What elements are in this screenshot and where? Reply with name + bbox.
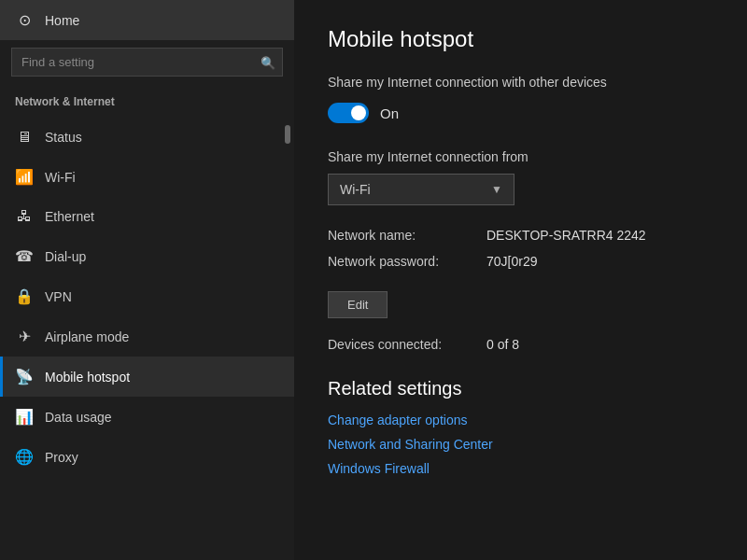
sidebar-item-label: Mobile hotspot: [45, 370, 130, 385]
sidebar-item-dialup[interactable]: ☎ Dial-up: [0, 236, 294, 276]
dropdown-value: Wi-Fi: [340, 182, 371, 197]
home-button[interactable]: ⊙ Home: [0, 0, 294, 40]
network-name-value: DESKTOP-SRATRR4 2242: [486, 228, 646, 243]
edit-button[interactable]: Edit: [328, 291, 388, 318]
windows-firewall-link[interactable]: Windows Firewall: [328, 461, 713, 476]
sidebar-section-title: Network & Internet: [0, 88, 294, 118]
devices-key: Devices connected:: [328, 337, 486, 352]
toggle-row: On: [328, 103, 713, 123]
network-password-key: Network password:: [328, 254, 486, 269]
chevron-down-icon: ▼: [491, 183, 502, 196]
home-label: Home: [45, 13, 79, 28]
sidebar-item-label: Data usage: [45, 410, 112, 425]
sidebar-item-ethernet[interactable]: 🖧 Ethernet: [0, 197, 294, 236]
sidebar-nav: 🖥 Status 📶 Wi-Fi 🖧 Ethernet ☎ Dial-up 🔒 …: [0, 118, 294, 560]
sidebar-item-hotspot[interactable]: 📡 Mobile hotspot: [0, 357, 294, 397]
network-name-row: Network name: DESKTOP-SRATRR4 2242: [328, 228, 713, 243]
wifi-icon: 📶: [15, 168, 34, 186]
status-icon: 🖥: [15, 129, 34, 146]
network-info: Network name: DESKTOP-SRATRR4 2242 Netwo…: [328, 228, 713, 269]
search-icon: 🔍: [261, 55, 275, 69]
change-adapter-link[interactable]: Change adapter options: [328, 413, 713, 427]
sidebar-item-label: Status: [45, 130, 82, 145]
connection-dropdown[interactable]: Wi-Fi ▼: [328, 174, 514, 205]
sidebar-item-label: Dial-up: [45, 249, 86, 264]
network-name-key: Network name:: [328, 228, 486, 243]
vpn-icon: 🔒: [15, 287, 34, 305]
sidebar-item-label: Ethernet: [45, 209, 94, 224]
sidebar-item-vpn[interactable]: 🔒 VPN: [0, 276, 294, 316]
sidebar-item-data[interactable]: 📊 Data usage: [0, 397, 294, 437]
data-icon: 📊: [15, 408, 34, 426]
dialup-icon: ☎: [15, 247, 34, 265]
sidebar-item-status[interactable]: 🖥 Status: [0, 118, 294, 157]
main-content: Mobile hotspot Share my Internet connect…: [294, 0, 747, 560]
hotspot-icon: 📡: [15, 368, 34, 385]
network-password-row: Network password: 70J[0r29: [328, 254, 713, 269]
airplane-icon: ✈: [15, 328, 34, 345]
sidebar-item-wifi[interactable]: 📶 Wi-Fi: [0, 157, 294, 197]
sidebar-item-label: Wi-Fi: [45, 170, 76, 185]
sidebar-item-airplane[interactable]: ✈ Airplane mode: [0, 316, 294, 357]
sidebar-item-label: Proxy: [45, 450, 78, 465]
sidebar-item-proxy[interactable]: 🌐 Proxy: [0, 437, 294, 477]
page-title: Mobile hotspot: [328, 26, 713, 52]
network-sharing-center-link[interactable]: Network and Sharing Center: [328, 437, 713, 452]
toggle-state-label: On: [380, 105, 399, 121]
network-password-value: 70J[0r29: [486, 254, 537, 269]
hotspot-toggle[interactable]: [328, 103, 369, 123]
proxy-icon: 🌐: [15, 448, 34, 466]
sidebar: ⊙ Home 🔍 Network & Internet 🖥 Status 📶 W…: [0, 0, 294, 560]
devices-row: Devices connected: 0 of 8: [328, 337, 713, 352]
search-input[interactable]: [11, 48, 283, 77]
connection-from-label: Share my Internet connection from: [328, 149, 713, 164]
sidebar-item-label: VPN: [45, 289, 72, 304]
sidebar-item-label: Airplane mode: [45, 329, 129, 344]
related-settings-title: Related settings: [328, 378, 713, 399]
search-box: 🔍: [11, 48, 283, 77]
devices-value: 0 of 8: [486, 337, 519, 352]
share-label: Share my Internet connection with other …: [328, 75, 713, 90]
home-icon: ⊙: [15, 11, 34, 29]
ethernet-icon: 🖧: [15, 208, 34, 225]
